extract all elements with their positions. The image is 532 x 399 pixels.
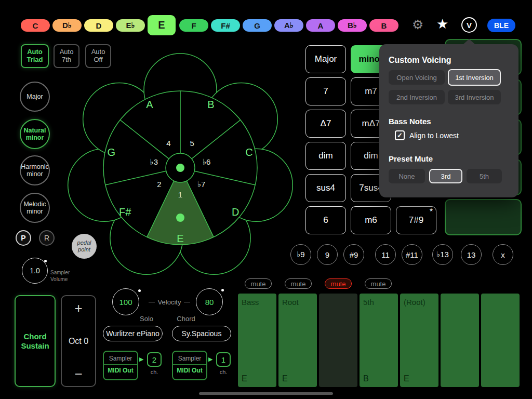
mute-button-1[interactable]: mute: [245, 278, 272, 289]
extension-13[interactable]: 13: [461, 244, 482, 265]
strip-note-label: E: [404, 374, 409, 383]
octave-down-button[interactable]: −: [62, 367, 95, 381]
chord-midi-channel[interactable]: 1: [216, 352, 231, 367]
extension-x[interactable]: x: [493, 244, 513, 265]
strip-role-label: Root: [282, 298, 299, 307]
chord-output-box[interactable]: Sampler MIDI Out: [172, 351, 207, 380]
voicing-button[interactable]: V: [461, 17, 477, 33]
root-note-bflat[interactable]: B♭: [338, 19, 367, 32]
note-strip-6[interactable]: [441, 294, 479, 387]
preset-mute-heading: Preset Mute: [389, 154, 433, 163]
note-strip-7[interactable]: [481, 294, 520, 387]
flower-note-label[interactable]: F#: [119, 206, 131, 218]
preset-mute-5th-button[interactable]: 5th: [467, 169, 502, 183]
note-strip-2[interactable]: RootE: [278, 294, 317, 387]
flower-note-label[interactable]: D: [232, 206, 239, 218]
chord-section-label: Chord: [174, 315, 198, 323]
dash-line: [149, 302, 155, 302]
root-note-f-sharp[interactable]: F#: [211, 19, 240, 32]
auto-triad-button[interactable]: Auto Triad: [21, 44, 49, 68]
mute-button-3[interactable]: mute: [325, 278, 352, 289]
extension-sharp-9[interactable]: #9: [343, 244, 364, 265]
custom-voicing-popup: Custom Voicing Open Voicing 1st Inversio…: [379, 44, 518, 197]
bass-notes-heading: Bass Notes: [389, 117, 431, 126]
petal-dot: [176, 214, 184, 222]
extension-flat-9[interactable]: ♭9: [290, 244, 311, 265]
flower-note-label[interactable]: C: [245, 147, 252, 158]
flower-degree-label: 4: [166, 139, 170, 148]
output-source-label: Sampler: [104, 355, 137, 362]
chord-quality-major[interactable]: Major: [305, 45, 346, 73]
scale-harmonic-minor-button[interactable]: Harmonic minor: [20, 155, 50, 185]
preset-mute-none-button[interactable]: None: [389, 169, 425, 183]
root-note-dflat[interactable]: D♭: [52, 19, 82, 32]
extension-sharp-11[interactable]: #11: [402, 244, 422, 265]
channel-caption: ch.: [216, 369, 231, 375]
chord-quality-delta7[interactable]: Δ7: [305, 110, 346, 138]
root-note-g[interactable]: G: [243, 19, 272, 32]
solo-output-box[interactable]: Sampler MIDI Out: [103, 351, 138, 380]
align-to-lowest-checkbox[interactable]: ✓: [395, 130, 405, 140]
note-strip-4[interactable]: 5thB: [360, 294, 398, 387]
flower-note-label[interactable]: B: [207, 99, 214, 110]
home-indicator[interactable]: [199, 392, 333, 395]
extension-11[interactable]: 11: [375, 244, 396, 265]
popup-arrow: [463, 39, 475, 44]
ble-button[interactable]: BLE: [487, 19, 515, 32]
open-voicing-button[interactable]: Open Voicing: [389, 70, 445, 85]
chord-sustain-button[interactable]: Chord Sustain: [15, 295, 56, 387]
favorite-star-icon: ★: [429, 207, 433, 212]
root-note-c[interactable]: C: [21, 19, 50, 32]
root-note-f[interactable]: F: [179, 19, 208, 32]
solo-midi-channel[interactable]: 2: [147, 352, 162, 367]
mute-button-4[interactable]: mute: [365, 278, 392, 289]
note-strip-3[interactable]: [319, 294, 357, 387]
third-inversion-button[interactable]: 3rd Inversion: [448, 90, 501, 104]
chord-quality-7[interactable]: 7: [305, 77, 346, 105]
settings-gear-icon[interactable]: ⚙: [412, 17, 423, 32]
root-note-aflat[interactable]: A♭: [274, 19, 303, 32]
r-button[interactable]: R: [39, 230, 55, 246]
strip-note-label: E: [242, 374, 247, 383]
second-inversion-button[interactable]: 2nd Inversion: [389, 90, 445, 104]
velocity-label: Velocity: [144, 298, 194, 306]
flower-note-label[interactable]: A: [146, 99, 153, 110]
scale-major-button[interactable]: Major: [20, 82, 50, 112]
note-strip-1[interactable]: BassE: [238, 294, 276, 387]
favorites-star-icon[interactable]: ★: [436, 16, 448, 32]
flower-note-label[interactable]: G: [108, 147, 116, 158]
root-note-d[interactable]: D: [84, 19, 113, 32]
chord-instrument-button[interactable]: Sy.Spacious: [172, 326, 231, 341]
scale-natural-minor-button[interactable]: Natural minor: [20, 119, 50, 149]
strip-role-label: Bass: [242, 298, 259, 307]
solo-velocity-knob[interactable]: 100: [112, 288, 139, 315]
p-button[interactable]: P: [16, 230, 31, 246]
flower-note-label[interactable]: E: [177, 233, 183, 244]
extension-9[interactable]: 9: [317, 244, 338, 265]
octave-panel: + Oct 0 −: [61, 295, 96, 387]
preset-pad-5[interactable]: [445, 199, 522, 235]
note-strip-5[interactable]: (Root)E: [400, 294, 438, 387]
flower-degree-label: ♭7: [197, 180, 205, 189]
solo-instrument-button[interactable]: Wurlitzer ePiano: [103, 326, 163, 341]
center-dot: [176, 164, 184, 172]
root-note-eflat[interactable]: E♭: [116, 19, 145, 32]
chord-quality-dim[interactable]: dim: [305, 142, 346, 170]
scale-melodic-minor-button[interactable]: Melodic minor: [20, 193, 50, 223]
chord-quality-7-sharp-9[interactable]: 7#9★: [396, 206, 436, 234]
octave-up-button[interactable]: +: [62, 301, 95, 315]
mute-button-2[interactable]: mute: [285, 278, 312, 289]
strip-role-label: (Root): [404, 298, 425, 307]
chord-flower[interactable]: E F# G A B C D 1 2 ♭3 4 5 ♭6 ♭7: [63, 43, 297, 287]
root-note-e[interactable]: E: [148, 15, 176, 35]
chord-quality-m6[interactable]: m6: [351, 206, 391, 234]
preset-mute-3rd-button[interactable]: 3rd: [429, 169, 462, 183]
flower-degree-label: ♭3: [150, 157, 158, 166]
root-note-b[interactable]: B: [369, 19, 398, 32]
first-inversion-button[interactable]: 1st Inversion: [448, 69, 501, 86]
chord-quality-sus4[interactable]: sus4: [305, 174, 346, 202]
chord-quality-6[interactable]: 6: [305, 206, 346, 234]
root-note-a[interactable]: A: [306, 19, 335, 32]
chord-velocity-knob[interactable]: 80: [196, 288, 223, 315]
extension-flat-13[interactable]: ♭13: [432, 244, 453, 265]
